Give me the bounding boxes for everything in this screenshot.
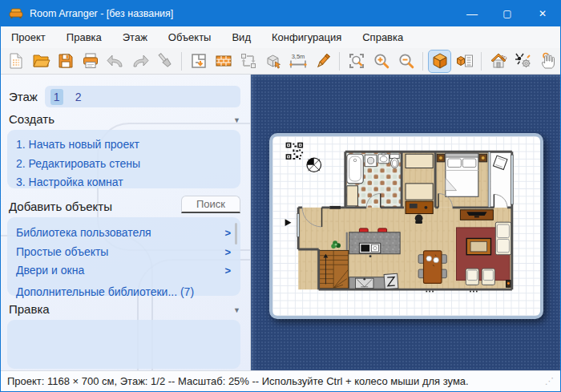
kitchen-island[interactable] <box>349 232 400 257</box>
maximize-button[interactable]: ▢ <box>490 1 525 26</box>
zoom-out-button[interactable] <box>395 51 417 72</box>
library-item-label: Дополнительные библиотеки... (7) <box>16 283 194 302</box>
nightstand[interactable] <box>479 154 487 162</box>
edit-rooms-button[interactable] <box>188 51 209 72</box>
furniture-feet-marks <box>426 291 477 293</box>
menu-edit[interactable]: Правка <box>56 26 112 48</box>
fireplace[interactable] <box>507 281 511 288</box>
ruler-icon: 3,5m <box>289 51 308 71</box>
link-room-setup[interactable]: 3. Настройка комнат <box>16 173 240 192</box>
zoom-fit-button[interactable] <box>345 51 367 72</box>
armchair[interactable] <box>482 269 494 285</box>
insert-object-button[interactable] <box>262 51 284 72</box>
edit-walls-button[interactable] <box>212 51 234 72</box>
nightstand[interactable] <box>437 154 445 162</box>
toilet[interactable] <box>389 154 399 168</box>
link-start-new-project[interactable]: 1. Начать новый проект <box>16 135 240 155</box>
new-project-button[interactable] <box>5 51 26 72</box>
collapse-triangle-icon[interactable]: ▼ <box>233 116 240 126</box>
library-panel: Библиотека пользователя > Простые объект… <box>7 217 240 296</box>
library-item-label: Двери и окна <box>16 261 84 281</box>
minimize-button[interactable]: — <box>454 1 490 26</box>
coffee-table[interactable] <box>466 238 490 254</box>
kitchen-counter[interactable] <box>349 277 387 289</box>
search-button[interactable]: Поиск <box>181 196 240 213</box>
undo-button[interactable] <box>104 51 126 72</box>
armchair[interactable] <box>466 269 478 285</box>
position-marker <box>285 219 292 226</box>
floor-tab-1[interactable]: 1 <box>50 89 63 105</box>
hand-pointer-icon <box>539 51 558 71</box>
title-bar[interactable]: Room Arranger - [без названия] — ▢ ✕ <box>1 1 560 26</box>
open-project-button[interactable] <box>30 51 51 72</box>
desk[interactable] <box>406 201 433 213</box>
toolbar-separator <box>422 52 423 71</box>
save-project-button[interactable] <box>54 51 76 72</box>
sofa-icon <box>9 8 23 19</box>
plan-canvas[interactable] <box>251 75 560 370</box>
balcony-window[interactable] <box>488 152 490 208</box>
menu-objects[interactable]: Объекты <box>158 26 222 48</box>
walkthrough-3d-button[interactable]: 3D <box>487 51 509 72</box>
bathroom-cabinet[interactable] <box>347 186 358 206</box>
pointer-mode-button[interactable] <box>537 51 559 72</box>
floor-label: Этаж <box>9 90 38 103</box>
link-edit-walls[interactable]: 2. Редактировать стены <box>16 155 240 174</box>
undo-arrow-icon <box>106 51 125 71</box>
right-window[interactable] <box>511 155 513 204</box>
chevron-right-icon: > <box>224 243 231 262</box>
cube-3d-icon <box>430 51 450 71</box>
resize-grip[interactable]: ⋰ <box>545 376 554 386</box>
left-window[interactable] <box>297 214 300 237</box>
floor-tab-2[interactable]: 2 <box>72 89 85 105</box>
sofa[interactable] <box>495 222 511 255</box>
chevron-right-icon: > <box>224 261 231 281</box>
menu-configuration[interactable]: Конфигурация <box>261 26 352 48</box>
toolbar-separator <box>481 52 482 71</box>
menu-view[interactable]: Вид <box>221 26 261 48</box>
transform-arrows-icon <box>239 51 258 71</box>
menu-help[interactable]: Справка <box>352 26 414 48</box>
floor-plan[interactable] <box>272 136 540 316</box>
library-item-simple-objects[interactable]: Простые объекты > <box>7 243 240 262</box>
toolbar-separator <box>339 52 340 71</box>
library-item-additional[interactable]: Дополнительные библиотеки... (7) <box>7 283 240 302</box>
add-objects-section-header[interactable]: Добавить объекты Поиск <box>9 196 240 213</box>
status-text: Проект: 1168 × 700 см, Этаж: 1/2 -- Масш… <box>7 375 469 387</box>
explode-view-button[interactable] <box>512 51 534 72</box>
bed[interactable] <box>446 153 478 196</box>
zoom-in-button[interactable] <box>370 51 392 72</box>
menu-project[interactable]: Проект <box>1 26 56 48</box>
dishwasher[interactable] <box>384 273 398 289</box>
object-list-button[interactable] <box>454 51 475 72</box>
bathroom-sink[interactable] <box>378 153 389 164</box>
threshold <box>329 206 341 209</box>
closet[interactable] <box>406 184 433 200</box>
edit-section-header[interactable]: Правка ▼ <box>9 302 240 316</box>
edit-panel <box>7 320 240 369</box>
view-3d-button[interactable] <box>429 51 450 72</box>
create-section-header[interactable]: Создать ▼ <box>9 112 240 126</box>
library-item-user[interactable]: Библиотека пользователя > <box>7 224 240 243</box>
brick-wall-icon <box>214 51 233 71</box>
tv-stand[interactable] <box>460 210 493 220</box>
format-painter-button[interactable] <box>154 51 176 72</box>
close-button[interactable]: ✕ <box>525 1 560 26</box>
print-button[interactable] <box>79 51 101 72</box>
scrollbar-thumb[interactable] <box>235 223 237 244</box>
box-cursor-icon <box>264 51 283 71</box>
draw-button[interactable] <box>312 51 333 72</box>
menu-bar: Проект Правка Этаж Объекты Вид Конфигура… <box>1 26 560 48</box>
transform-objects-button[interactable] <box>237 51 259 72</box>
collapse-triangle-icon[interactable]: ▼ <box>233 306 240 316</box>
office-chair[interactable] <box>415 215 423 224</box>
plan-page[interactable] <box>269 133 543 319</box>
measure-button[interactable]: 3,5m <box>287 51 309 72</box>
menu-floor[interactable]: Этаж <box>112 26 158 48</box>
redo-button[interactable] <box>129 51 151 72</box>
closet[interactable] <box>406 154 433 168</box>
library-item-doors-windows[interactable]: Двери и окна > <box>7 261 240 281</box>
bathtub[interactable] <box>347 154 364 184</box>
floor-tabs: 1 2 <box>45 86 240 107</box>
washing-machine[interactable] <box>365 155 377 166</box>
